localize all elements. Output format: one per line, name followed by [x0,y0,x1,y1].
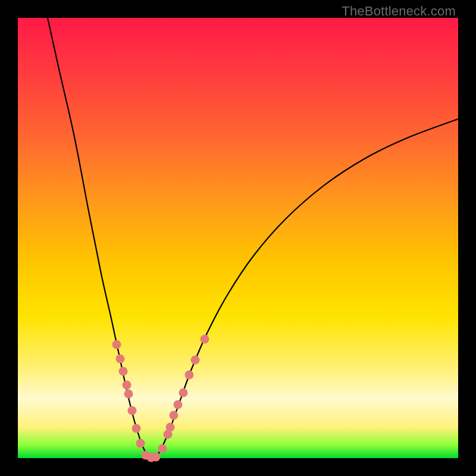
data-marker [119,367,128,376]
data-marker [152,453,161,462]
data-marker [174,400,183,409]
markers-left [112,340,156,462]
data-marker [124,390,133,399]
data-marker [185,371,194,380]
data-marker [136,439,145,448]
data-marker [128,406,137,415]
data-marker [158,444,167,453]
data-marker [166,423,175,432]
data-marker [201,335,209,344]
data-marker [123,381,131,390]
data-marker [112,340,121,349]
data-marker [170,411,178,420]
data-marker [116,355,125,364]
curve-right [156,119,458,458]
chart-frame: TheBottleneck.com [0,0,476,476]
watermark-text: TheBottleneck.com [342,4,456,19]
data-marker [179,389,188,397]
data-marker [132,424,141,433]
chart-svg [18,18,458,458]
data-marker [191,356,200,365]
plot-area [18,18,458,458]
curve-left [48,18,150,458]
